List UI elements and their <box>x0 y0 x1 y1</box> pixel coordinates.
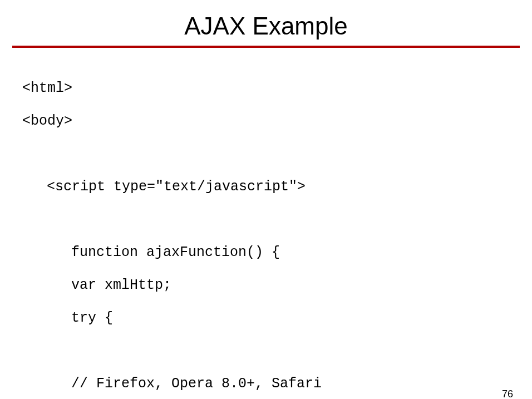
code-line: // Firefox, Opera 8.0+, Safari <box>22 376 510 392</box>
code-line: try { <box>22 310 510 327</box>
code-line: <html> <box>22 80 510 97</box>
code-line: var xmlHttp; <box>22 277 510 294</box>
code-line <box>22 146 510 162</box>
code-block: <html> <body> <script type="text/javascr… <box>22 63 510 399</box>
content-area: <html> <body> <script type="text/javascr… <box>0 48 532 399</box>
code-line: function ajaxFunction() { <box>22 244 510 261</box>
code-line <box>22 343 510 359</box>
code-line: <body> <box>22 113 510 130</box>
page-number: 76 <box>502 388 513 399</box>
slide-title: AJAX Example <box>0 12 532 40</box>
code-line <box>22 211 510 228</box>
slide: AJAX Example <html> <body> <script type=… <box>0 12 532 399</box>
code-line: <script type="text/javascript"> <box>22 179 510 195</box>
